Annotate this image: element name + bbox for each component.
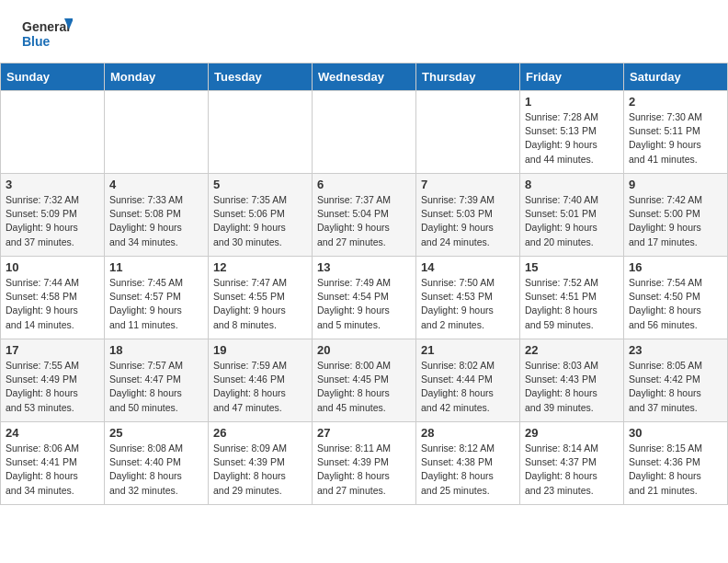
day-number: 4 <box>109 178 203 191</box>
day-number: 8 <box>525 178 619 191</box>
day-info: Sunrise: 7:33 AM Sunset: 5:08 PM Dayligh… <box>109 193 203 249</box>
day-number: 26 <box>213 426 307 440</box>
day-info: Sunrise: 7:50 AM Sunset: 4:53 PM Dayligh… <box>421 276 515 332</box>
day-cell: 13Sunrise: 7:49 AM Sunset: 4:54 PM Dayli… <box>313 257 416 339</box>
day-number: 12 <box>213 260 307 274</box>
day-cell: 20Sunrise: 8:00 AM Sunset: 4:45 PM Dayli… <box>313 339 416 422</box>
weekday-header-thursday: Thursday <box>416 63 520 91</box>
day-number: 7 <box>421 178 515 191</box>
week-row-5: 24Sunrise: 8:06 AM Sunset: 4:41 PM Dayli… <box>1 422 728 505</box>
day-cell: 1Sunrise: 7:28 AM Sunset: 5:13 PM Daylig… <box>520 91 624 174</box>
day-number: 23 <box>629 343 722 357</box>
day-info: Sunrise: 8:12 AM Sunset: 4:38 PM Dayligh… <box>421 442 515 498</box>
day-number: 18 <box>109 343 203 357</box>
day-number: 11 <box>109 260 203 274</box>
weekday-header-wednesday: Wednesday <box>313 63 416 91</box>
day-number: 24 <box>6 426 99 440</box>
day-cell: 11Sunrise: 7:45 AM Sunset: 4:57 PM Dayli… <box>105 257 209 339</box>
day-cell: 8Sunrise: 7:40 AM Sunset: 5:01 PM Daylig… <box>520 174 624 257</box>
day-number: 25 <box>109 426 203 440</box>
day-number: 27 <box>317 426 411 440</box>
day-info: Sunrise: 7:59 AM Sunset: 4:46 PM Dayligh… <box>213 359 307 415</box>
day-number: 10 <box>6 260 99 274</box>
day-info: Sunrise: 8:15 AM Sunset: 4:36 PM Dayligh… <box>629 442 722 498</box>
day-cell: 17Sunrise: 7:55 AM Sunset: 4:49 PM Dayli… <box>1 339 105 422</box>
day-cell: 27Sunrise: 8:11 AM Sunset: 4:39 PM Dayli… <box>313 422 416 505</box>
day-cell: 19Sunrise: 7:59 AM Sunset: 4:46 PM Dayli… <box>209 339 313 422</box>
weekday-header-tuesday: Tuesday <box>209 63 313 91</box>
day-info: Sunrise: 7:40 AM Sunset: 5:01 PM Dayligh… <box>525 193 619 249</box>
day-info: Sunrise: 7:32 AM Sunset: 5:09 PM Dayligh… <box>6 193 99 249</box>
day-number: 17 <box>6 343 99 357</box>
day-info: Sunrise: 7:52 AM Sunset: 4:51 PM Dayligh… <box>525 276 619 332</box>
day-info: Sunrise: 8:05 AM Sunset: 4:42 PM Dayligh… <box>629 359 722 415</box>
day-number: 3 <box>6 178 99 191</box>
day-cell: 29Sunrise: 8:14 AM Sunset: 4:37 PM Dayli… <box>520 422 624 505</box>
day-info: Sunrise: 7:44 AM Sunset: 4:58 PM Dayligh… <box>6 276 99 332</box>
day-number: 5 <box>213 178 307 191</box>
calendar-table: SundayMondayTuesdayWednesdayThursdayFrid… <box>0 63 728 505</box>
logo: General Blue <box>22 17 73 55</box>
day-cell: 4Sunrise: 7:33 AM Sunset: 5:08 PM Daylig… <box>105 174 209 257</box>
day-cell: 21Sunrise: 8:02 AM Sunset: 4:44 PM Dayli… <box>416 339 520 422</box>
svg-text:General: General <box>22 19 70 34</box>
logo-svg: General Blue <box>22 17 73 55</box>
day-info: Sunrise: 8:02 AM Sunset: 4:44 PM Dayligh… <box>421 359 515 415</box>
day-cell: 5Sunrise: 7:35 AM Sunset: 5:06 PM Daylig… <box>209 174 313 257</box>
day-info: Sunrise: 7:54 AM Sunset: 4:50 PM Dayligh… <box>629 276 722 332</box>
day-number: 29 <box>525 426 619 440</box>
day-cell: 16Sunrise: 7:54 AM Sunset: 4:50 PM Dayli… <box>624 257 728 339</box>
day-cell: 3Sunrise: 7:32 AM Sunset: 5:09 PM Daylig… <box>1 174 105 257</box>
day-cell: 25Sunrise: 8:08 AM Sunset: 4:40 PM Dayli… <box>105 422 209 505</box>
day-cell <box>416 91 520 174</box>
day-number: 2 <box>629 95 722 109</box>
weekday-header-row: SundayMondayTuesdayWednesdayThursdayFrid… <box>1 63 728 91</box>
day-number: 22 <box>525 343 619 357</box>
weekday-header-monday: Monday <box>105 63 209 91</box>
day-number: 9 <box>629 178 722 191</box>
day-info: Sunrise: 7:49 AM Sunset: 4:54 PM Dayligh… <box>317 276 411 332</box>
day-number: 6 <box>317 178 411 191</box>
day-cell: 6Sunrise: 7:37 AM Sunset: 5:04 PM Daylig… <box>313 174 416 257</box>
day-info: Sunrise: 8:14 AM Sunset: 4:37 PM Dayligh… <box>525 442 619 498</box>
day-cell: 14Sunrise: 7:50 AM Sunset: 4:53 PM Dayli… <box>416 257 520 339</box>
weekday-header-sunday: Sunday <box>1 63 105 91</box>
day-cell: 26Sunrise: 8:09 AM Sunset: 4:39 PM Dayli… <box>209 422 313 505</box>
day-number: 13 <box>317 260 411 274</box>
day-cell <box>209 91 313 174</box>
day-cell: 10Sunrise: 7:44 AM Sunset: 4:58 PM Dayli… <box>1 257 105 339</box>
day-info: Sunrise: 8:09 AM Sunset: 4:39 PM Dayligh… <box>213 442 307 498</box>
day-info: Sunrise: 7:57 AM Sunset: 4:47 PM Dayligh… <box>109 359 203 415</box>
weekday-header-saturday: Saturday <box>624 63 728 91</box>
day-cell <box>1 91 105 174</box>
day-info: Sunrise: 7:55 AM Sunset: 4:49 PM Dayligh… <box>6 359 99 415</box>
day-number: 19 <box>213 343 307 357</box>
day-info: Sunrise: 7:47 AM Sunset: 4:55 PM Dayligh… <box>213 276 307 332</box>
day-number: 14 <box>421 260 515 274</box>
day-number: 1 <box>525 95 619 109</box>
day-cell: 9Sunrise: 7:42 AM Sunset: 5:00 PM Daylig… <box>624 174 728 257</box>
page-header: General Blue <box>0 0 728 63</box>
day-cell <box>313 91 416 174</box>
day-cell: 15Sunrise: 7:52 AM Sunset: 4:51 PM Dayli… <box>520 257 624 339</box>
day-number: 30 <box>629 426 722 440</box>
day-number: 28 <box>421 426 515 440</box>
day-cell: 23Sunrise: 8:05 AM Sunset: 4:42 PM Dayli… <box>624 339 728 422</box>
day-cell: 24Sunrise: 8:06 AM Sunset: 4:41 PM Dayli… <box>1 422 105 505</box>
day-info: Sunrise: 7:28 AM Sunset: 5:13 PM Dayligh… <box>525 110 619 167</box>
day-cell: 28Sunrise: 8:12 AM Sunset: 4:38 PM Dayli… <box>416 422 520 505</box>
day-cell: 18Sunrise: 7:57 AM Sunset: 4:47 PM Dayli… <box>105 339 209 422</box>
day-cell: 12Sunrise: 7:47 AM Sunset: 4:55 PM Dayli… <box>209 257 313 339</box>
day-info: Sunrise: 8:08 AM Sunset: 4:40 PM Dayligh… <box>109 442 203 498</box>
svg-text:Blue: Blue <box>22 34 51 49</box>
day-number: 16 <box>629 260 722 274</box>
day-cell <box>105 91 209 174</box>
week-row-2: 3Sunrise: 7:32 AM Sunset: 5:09 PM Daylig… <box>1 174 728 257</box>
day-number: 20 <box>317 343 411 357</box>
week-row-1: 1Sunrise: 7:28 AM Sunset: 5:13 PM Daylig… <box>1 91 728 174</box>
day-info: Sunrise: 7:45 AM Sunset: 4:57 PM Dayligh… <box>109 276 203 332</box>
day-number: 15 <box>525 260 619 274</box>
day-info: Sunrise: 8:03 AM Sunset: 4:43 PM Dayligh… <box>525 359 619 415</box>
day-cell: 30Sunrise: 8:15 AM Sunset: 4:36 PM Dayli… <box>624 422 728 505</box>
day-info: Sunrise: 7:42 AM Sunset: 5:00 PM Dayligh… <box>629 193 722 249</box>
